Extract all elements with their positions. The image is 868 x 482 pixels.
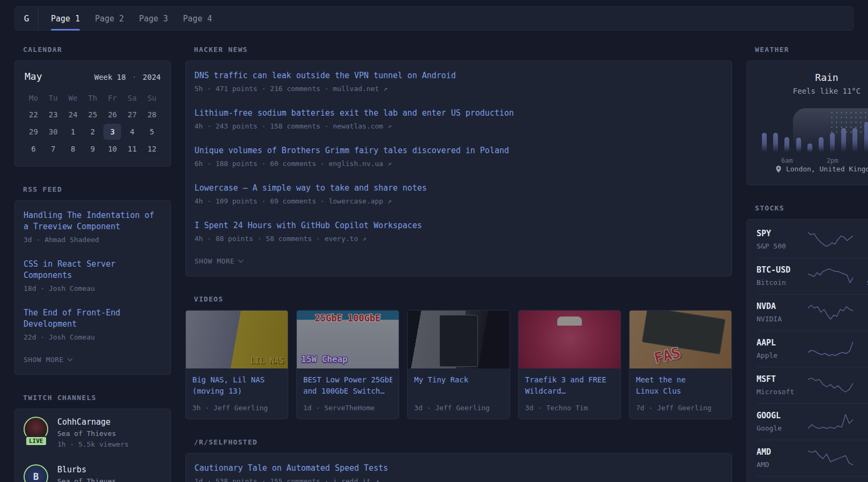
twitch-channel-game: Sea of Thieves — [57, 477, 124, 482]
calendar-widget-label: CALENDAR — [23, 46, 171, 54]
video-title[interactable]: and 100GbE Switch… — [303, 386, 392, 397]
twitch-channel-name[interactable]: Blurbs — [57, 465, 124, 475]
tab-page-4[interactable]: Page 4 — [176, 7, 220, 30]
rss-widget: RSS FEED Handling The Indentation of a T… — [14, 185, 171, 375]
thumbnail-shade — [297, 311, 399, 368]
weekday-label: Su — [142, 90, 162, 106]
video-thumbnail[interactable]: 25GbE 100GbE 15W Cheap — [297, 311, 399, 368]
calendar-day: 5 — [143, 124, 161, 140]
weather-bar: 2pm — [830, 119, 835, 152]
video-thumbnail[interactable] — [408, 311, 510, 368]
rss-card: Handling The Indentation of a Treeview C… — [14, 200, 171, 375]
stocks-card: SPY S&P 500 +1.29% $511.57 BTC-USD Bitco… — [746, 219, 868, 482]
weather-bars: 6am2pm10pm12° — [762, 119, 868, 152]
hn-item-title[interactable]: Lowercase – A simple way to take and sha… — [194, 183, 723, 194]
video-thumbnail[interactable]: LIL NAS — [186, 311, 288, 368]
tab-page-2[interactable]: Page 2 — [87, 7, 131, 30]
video-card-body: BEST Low Power 25GbE and 100GbE Switch… … — [297, 368, 399, 419]
video-title[interactable]: Wildcard… — [525, 386, 614, 397]
hn-item-meta: 6h · 188 points · 60 comments · english.… — [194, 160, 723, 168]
twitch-widget: TWITCH CHANNELS LIVE CohhCarnage Sea of … — [14, 394, 171, 482]
video-thumbnail[interactable]: FAS — [630, 311, 731, 368]
hn-item-title[interactable]: I Spent 24 Hours with GitHub Copilot Wor… — [194, 220, 723, 231]
weather-bar — [819, 119, 824, 152]
stock-symbol: AAPL — [757, 338, 808, 348]
video-title[interactable]: Traefik 3 and FREE — [525, 374, 614, 386]
stock-name: NVIDIA — [757, 315, 808, 323]
video-meta: 3d · Jeff Geerling — [414, 397, 503, 412]
twitch-channel-name[interactable]: CohhCarnage — [57, 417, 129, 427]
tab-page-1[interactable]: Page 1 — [43, 7, 87, 30]
center-column: HACKER NEWS DNS traffic can leak outside… — [185, 46, 732, 482]
video-title[interactable]: Meet the ne — [636, 374, 725, 386]
calendar-week-year: Week 18 · 2024 — [94, 73, 161, 81]
thumbnail-shade — [630, 311, 731, 368]
hn-item-title[interactable]: Lithium-free sodium batteries exit the l… — [194, 108, 723, 119]
stock-row[interactable]: NVDA NVIDIA +3.52% $888.40 — [757, 294, 868, 330]
stock-row[interactable]: RDDT -1.65% — [757, 476, 868, 482]
rss-item-title[interactable]: The End of Front-End Development — [24, 307, 162, 330]
stock-name: AMD — [757, 461, 808, 469]
stock-price: $166.78 — [853, 424, 868, 432]
weather-feels-like: Feels like 11°C — [755, 87, 868, 95]
video-title[interactable]: (moving 13) — [192, 386, 281, 397]
chevron-down-icon — [68, 356, 73, 362]
video-title[interactable]: Linux Clus — [636, 386, 725, 397]
hn-item-meta: 4h · 243 points · 158 comments · newatla… — [194, 122, 723, 130]
twitch-channel-viewers: 1h · 5.5k viewers — [57, 440, 129, 448]
chevron-down-icon — [238, 258, 244, 263]
video-thumbnail[interactable] — [519, 311, 620, 368]
rss-item-meta: 22d · Josh Comeau — [24, 333, 162, 341]
weekday-label: Th — [83, 90, 103, 106]
rss-item-title[interactable]: Handling The Indentation of a Treeview C… — [24, 210, 162, 232]
weather-location: London, United Kingdom — [786, 165, 868, 173]
rss-show-more-button[interactable]: SHOW MORE — [24, 356, 162, 364]
weekday-label: Fr — [102, 90, 122, 106]
hn-item-title[interactable]: DNS traffic can leak outside the VPN tun… — [194, 70, 723, 81]
rss-item: CSS in React Server Components 18d · Jos… — [24, 259, 162, 292]
rss-item-meta: 3d · Ahmad Shadeed — [24, 236, 162, 244]
video-row: LIL NAS Big NAS, Lil NAS (moving 13) 3h … — [185, 310, 732, 419]
twitch-card: LIVE CohhCarnage Sea of Thieves 1h · 5.5… — [14, 409, 171, 482]
stock-row[interactable]: AMD AMD +2.94% $150.45 — [757, 440, 868, 476]
thumbnail-shade — [408, 311, 510, 368]
twitch-avatar[interactable]: B LIVE — [24, 464, 49, 482]
stock-row[interactable]: BTC-USD Bitcoin +4.40% $61,725.48 — [757, 258, 868, 294]
top-navbar: G Page 1 Page 2 Page 3 Page 4 — [14, 6, 854, 31]
weather-time-label: 6am — [781, 157, 793, 164]
stock-sparkline — [808, 375, 853, 395]
twitch-widget-label: TWITCH CHANNELS — [23, 394, 171, 402]
stock-row[interactable]: GOOGL Google +0.10% $166.78 — [757, 403, 868, 440]
twitch-avatar[interactable]: LIVE — [24, 417, 49, 442]
calendar-year: 2024 — [143, 73, 161, 81]
videos-widget: VIDEOS LIL NAS Big NAS, Lil NAS (moving … — [185, 295, 732, 419]
video-title[interactable]: Big NAS, Lil NAS — [192, 374, 281, 386]
stock-id: AMD AMD — [757, 447, 808, 469]
stock-row[interactable]: SPY S&P 500 +1.29% $511.57 — [757, 222, 868, 258]
stock-id: AAPL Apple — [757, 338, 808, 359]
app-logo[interactable]: G — [15, 7, 39, 30]
calendar-day: 30 — [44, 124, 62, 140]
hn-show-more-button[interactable]: SHOW MORE — [194, 257, 723, 265]
tab-page-3[interactable]: Page 3 — [131, 7, 175, 30]
video-title[interactable]: My Tiny Rack — [414, 374, 503, 386]
weather-bar — [807, 119, 812, 152]
stock-symbol: GOOGL — [757, 411, 808, 420]
calendar-day: 29 — [25, 124, 42, 140]
stock-values: +1.29% $511.57 — [853, 229, 868, 250]
calendar-day: 2 — [84, 124, 102, 140]
stock-change-percent: +0.10% — [853, 411, 868, 420]
stock-values: +3.52% $888.40 — [853, 302, 868, 323]
video-title[interactable]: BEST Low Power 25GbE — [303, 374, 392, 386]
stock-row[interactable]: MSFT Microsoft +2.16% $406.43 — [757, 367, 868, 403]
video-title[interactable] — [414, 386, 503, 397]
rss-item-title[interactable]: CSS in React Server Components — [24, 259, 162, 281]
calendar-day: 4 — [123, 124, 141, 140]
stock-row[interactable]: AAPL Apple +6.87% $184.91 — [757, 330, 868, 367]
thumbnail-shade — [186, 311, 288, 368]
hn-item-title[interactable]: Unique volumes of Brothers Grimm fairy t… — [194, 145, 723, 156]
twitch-channel-info: Blurbs Sea of Thieves 1h · 264 viewers — [57, 464, 124, 482]
stock-symbol: SPY — [757, 229, 808, 238]
stock-id: NVDA NVIDIA — [757, 302, 808, 323]
reddit-item-title[interactable]: Cautionary Tale on Automated Speed Tests — [194, 463, 723, 474]
